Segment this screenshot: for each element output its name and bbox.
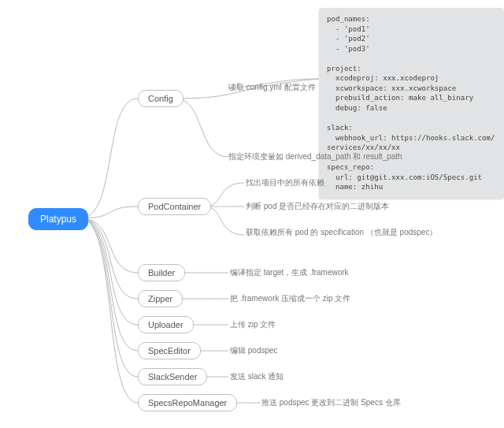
- node-slacksender: SlackSender: [138, 368, 207, 385]
- node-config: Config: [138, 90, 183, 107]
- node-builder: Builder: [138, 264, 185, 281]
- leaf-pc-spec: 获取依赖所有 pod 的 specification （也就是 podspec）: [246, 227, 437, 239]
- leaf-pc-find: 找出项目中的所有依赖: [246, 177, 324, 189]
- config-yml-code: pod_names: - 'pod1' - 'pod2' - 'pod3' pr…: [319, 8, 504, 199]
- node-podcontainer: PodContainer: [138, 198, 211, 215]
- leaf-zipper: 把 .framework 压缩成一个 zip 文件: [230, 293, 350, 305]
- leaf-srm: 推送 podspec 更改到二进制 Specs 仓库: [261, 397, 401, 409]
- leaf-uploader: 上传 zip 文件: [230, 319, 276, 331]
- node-speceditor: SpecEditor: [138, 342, 201, 359]
- leaf-builder: 编译指定 target，生成 .framework: [230, 267, 349, 279]
- leaf-pc-judge: 判断 pod 是否已经存在对应的二进制版本: [246, 201, 389, 213]
- node-specsrepomanager: SpecsRepoManager: [138, 394, 237, 411]
- leaf-config-read: 读取 config.yml 配置文件: [228, 82, 316, 94]
- leaf-speceditor: 编辑 podspec: [230, 345, 278, 357]
- node-zipper: Zipper: [138, 290, 183, 307]
- leaf-config-env: 指定环境变量如 derived_data_path 和 result_path: [228, 151, 402, 163]
- root-node-platypus: Platypus: [28, 208, 88, 230]
- node-uploader: Uploader: [138, 316, 194, 333]
- leaf-slack: 发送 slack 通知: [230, 371, 284, 383]
